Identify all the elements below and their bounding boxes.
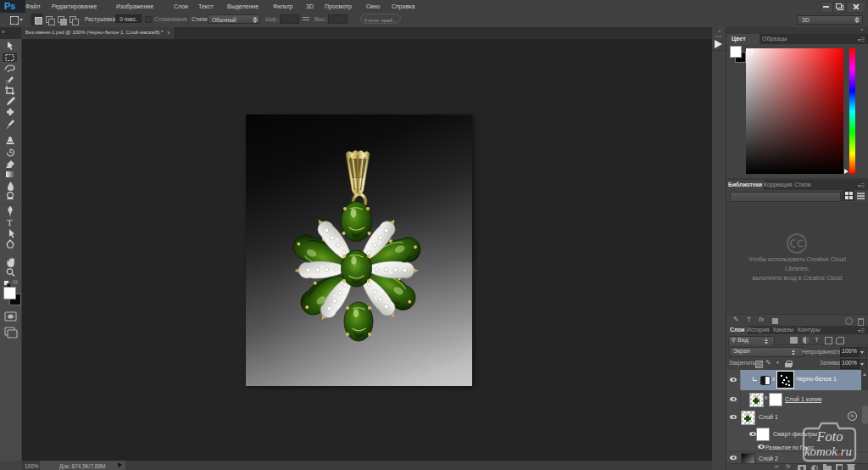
svg-text:Foto: Foto (815, 428, 843, 445)
svg-text:T: T (7, 217, 13, 227)
svg-text:komok.ru: komok.ru (804, 445, 852, 458)
